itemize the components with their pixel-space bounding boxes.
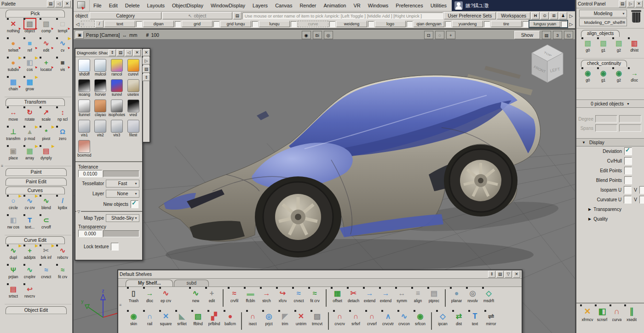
menu-layers[interactable]: Layers (249, 1, 271, 10)
scale-item[interactable]: ↗scale (38, 107, 55, 126)
vis-item[interactable]: ■▲vis (54, 58, 71, 76)
cv-hull-checkbox[interactable] (624, 157, 632, 165)
isoang-item[interactable]: isoang (76, 79, 92, 99)
mulcol-item[interactable]: mulcol (92, 59, 109, 78)
resize-icon[interactable]: ⇕ (109, 49, 116, 56)
transfrm-item[interactable]: ⊥transfrm (5, 127, 22, 146)
array-item[interactable]: ▦▶array (22, 146, 38, 165)
control-panel-titlebar[interactable]: Control Panel ▤ ▷ ✕ (576, 0, 644, 8)
shelf-tab-subd[interactable]: subd (174, 280, 209, 286)
palette-tab-pick[interactable]: Pick (6, 10, 65, 18)
layer-slash-icon[interactable]: / (95, 20, 104, 28)
new-item[interactable]: ∿new (188, 288, 204, 308)
vred-item[interactable]: vred (125, 99, 141, 119)
cp-shelf-dropdown[interactable]: Modeling_CP_shelf ▤ (579, 18, 627, 26)
close-icon[interactable]: ✕ (133, 49, 141, 56)
menu-utilities[interactable]: Utilities (427, 1, 450, 10)
vis1-item[interactable]: vis1 (76, 120, 92, 139)
strch-item[interactable]: →strch (259, 288, 275, 308)
shelf-grip[interactable]: ≡ (119, 303, 121, 307)
tolerance-slider[interactable] (103, 170, 139, 177)
palette-tab-curve-edit[interactable]: Curve Edit (6, 236, 65, 244)
zero-item[interactable]: Ωzero (54, 127, 71, 146)
resize-icon[interactable]: ⇕ (143, 74, 150, 81)
palette-tab-curves[interactable]: Curves (6, 187, 65, 194)
collapse-left-icon[interactable]: ◁ (55, 0, 63, 7)
cos-item[interactable]: ◧▲▶cos (22, 58, 38, 76)
tessellator-dropdown[interactable]: Fast ▼ (106, 180, 139, 187)
menu-icon[interactable]: ▤ (619, 0, 626, 7)
addpts-item[interactable]: +▶addpts (22, 245, 38, 264)
edit-item[interactable]: ∿▲edit (38, 38, 55, 57)
g1-item[interactable]: ▧g1 (596, 38, 611, 57)
srfsrf-item[interactable]: ∩srfsrf (348, 311, 364, 331)
rail-item[interactable]: ∩rail (142, 311, 158, 331)
srtsct-item[interactable]: ▤srtsct (5, 284, 22, 303)
crvplnr-item[interactable]: ∿crvplnr (22, 265, 38, 284)
layer-visibility-checkbox[interactable] (407, 21, 413, 27)
layer-visibility-checkbox[interactable] (368, 21, 374, 27)
menu-objectdisplay[interactable]: ObjectDisplay (168, 1, 207, 10)
crvcrv-item[interactable]: ∩crvcrv (332, 311, 348, 331)
picked-objects-bar[interactable]: 0 picked objects ▼ (576, 99, 644, 108)
curevl-item[interactable]: curevl (125, 59, 141, 78)
templ-item[interactable]: □▲templ (54, 19, 71, 38)
cv-item[interactable]: ∿▲▶cv (54, 38, 71, 57)
mirror-item[interactable]: ⇌mirror (483, 311, 499, 331)
vis3-item[interactable]: vis3 (109, 120, 125, 139)
g2-item[interactable]: ▧g2 (611, 38, 627, 57)
collapse-right-icon[interactable]: ▷ (143, 58, 150, 64)
ptprec-item[interactable]: ▤ptprec (426, 288, 442, 308)
pick-prompt-field[interactable]: Use mouse or enter name of item to pick … (242, 12, 443, 19)
crvsct-item[interactable]: ≈crvsct (291, 288, 307, 308)
cp-tab-check-continuity[interactable]: check_continuity (581, 60, 627, 67)
hotkey-button[interactable]: H (531, 12, 540, 19)
revolv-item[interactable]: ◎revolv (465, 288, 481, 308)
crvcon-item[interactable]: ∿crvcon (396, 311, 412, 331)
section-collapse-icon[interactable]: ▽ (76, 210, 81, 214)
layer-visibility-checkbox[interactable] (484, 21, 490, 27)
srfilet-item[interactable]: ◣srfilet (174, 311, 190, 331)
prfblnd-item[interactable]: ▞prfblnd (206, 311, 222, 331)
edit-item[interactable]: +edit (204, 288, 220, 308)
display-section-header[interactable]: ▼ Display (576, 138, 644, 146)
isoparm-u-checkbox[interactable] (624, 186, 632, 194)
vis2-item[interactable]: vis2 (92, 120, 109, 139)
circle-item[interactable]: ○▶circle (5, 196, 22, 215)
g2-item[interactable]: ◉g2 (611, 68, 627, 87)
usetex-item[interactable]: usetex (125, 79, 141, 99)
rotate-item[interactable]: ↻rotate (22, 107, 38, 126)
dhist-item[interactable]: ▥dhist (627, 38, 642, 57)
np-scl-item[interactable]: ↕np scl (54, 107, 71, 126)
prjct-item[interactable]: ◎prjct (261, 311, 277, 331)
filest-item[interactable]: filest (125, 120, 141, 139)
menu-icon[interactable]: ▤ (117, 49, 124, 56)
shdoff-item[interactable]: shdoff (76, 59, 92, 78)
revcrv-item[interactable]: ↩revcrv (22, 284, 38, 303)
workspaces-button[interactable]: Workspaces (497, 12, 530, 19)
close-icon[interactable]: ✕ (635, 0, 643, 7)
rancol-item[interactable]: rancol (109, 59, 125, 78)
detach-item[interactable]: ✂detach (345, 288, 362, 308)
palette-titlebar[interactable]: Palette ▤ ◁ ✕ (0, 0, 72, 8)
render-view-icon[interactable]: ◉ (302, 31, 311, 39)
crvsct-item[interactable]: ≈crvsct (38, 265, 55, 284)
new-objects-checkbox[interactable] (131, 200, 138, 208)
layer-dipan[interactable]: dipan (143, 20, 181, 28)
isoparm-u-v-checkbox[interactable] (639, 186, 644, 194)
offset-item[interactable]: ▦offset (329, 288, 345, 308)
square-item[interactable]: ✕square (158, 311, 174, 331)
boxmod-item[interactable]: boxmod (76, 140, 92, 159)
transparency-slider[interactable] (103, 230, 139, 237)
ffblnd-item[interactable]: ▧ffblnd (190, 311, 206, 331)
pane-count-button[interactable]: 3 (553, 31, 562, 39)
layer-visibility-checkbox[interactable] (175, 21, 181, 27)
pivot-item[interactable]: *▶pivot (38, 127, 55, 146)
text-item[interactable]: Ttext (467, 311, 483, 331)
fit-crv-item[interactable]: ≈fit crv (307, 288, 323, 308)
collapse-down-icon[interactable]: ▽ (505, 271, 512, 278)
snap-grid-icon[interactable]: ⊞ (550, 12, 558, 19)
tolerance-field[interactable]: 0.0100 (78, 170, 102, 177)
viewport-window-icon[interactable]: ▣ (75, 31, 84, 39)
view-cube[interactable]: TOP FRONT LEFT (527, 43, 568, 87)
